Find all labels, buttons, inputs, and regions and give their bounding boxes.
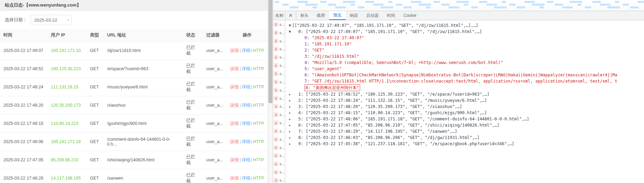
- action-report[interactable]: 误报: [230, 103, 239, 108]
- table-row[interactable]: 2025-03-22 17:48:15110.90.14.223GET/gush…: [0, 115, 268, 133]
- action-http[interactable]: HTTP: [253, 158, 264, 162]
- action-report[interactable]: 误报: [230, 139, 239, 144]
- action-http[interactable]: HTTP: [253, 121, 264, 126]
- tree-line[interactable]: 0: "2025-03-22 17:49:07": [289, 35, 641, 41]
- json-icon: {}: [274, 39, 278, 43]
- tree-line[interactable]: ▸5: ["2025-03-22 17:48:06", "185.191.171…: [289, 116, 641, 122]
- table-row[interactable]: 2025-03-22 17:48:24111.132.16.15GET/musi…: [0, 78, 268, 96]
- request-item[interactable]: {}s...: [274, 169, 285, 175]
- tree-line[interactable]: ▸6: ["2025-03-22 17:47:05", "85.208.96.2…: [289, 122, 641, 128]
- cell-url: /shici/aiqing/140826.html: [104, 151, 183, 169]
- close-icon[interactable]: ✕: [285, 11, 296, 20]
- waterfall-bar: [419, 4, 431, 6]
- action-detail[interactable]: 详细: [242, 158, 251, 162]
- request-item[interactable]: {}s...: [274, 71, 285, 76]
- action-http[interactable]: HTTP: [253, 139, 264, 144]
- action-report[interactable]: 误报: [230, 66, 239, 71]
- action-detail[interactable]: 详细: [242, 139, 251, 144]
- devtab-0[interactable]: 标头: [296, 11, 313, 20]
- table-row[interactable]: 2025-03-22 17:48:06185.191.171.18GET/com…: [0, 133, 268, 151]
- request-item[interactable]: {}s...: [274, 63, 285, 68]
- action-report[interactable]: 误报: [230, 85, 239, 89]
- devtab-6[interactable]: Cookie: [399, 11, 420, 20]
- request-label: s...: [279, 63, 285, 67]
- request-item[interactable]: {}s...: [274, 46, 285, 52]
- action-detail[interactable]: 详细: [242, 48, 251, 53]
- table-row[interactable]: 2025-03-22 17:48:20120.35.200.173GET/xia…: [0, 96, 268, 115]
- action-report[interactable]: 误报: [230, 48, 239, 53]
- request-item[interactable]: {}s...: [274, 120, 285, 126]
- request-item[interactable]: {}s...: [274, 177, 285, 183]
- json-icon: {}: [274, 30, 278, 35]
- action-report[interactable]: 误报: [230, 158, 239, 162]
- devtab-2[interactable]: 预览: [329, 11, 346, 20]
- network-waterfall[interactable]: [273, 0, 644, 11]
- tree-line[interactable]: ▸3: ["2025-03-22 17:48:20", "120.35.200.…: [289, 104, 641, 110]
- waterfall-bar: [623, 4, 629, 6]
- tree-line[interactable]: ▼[["2025-03-22 17:49:07", "185.191.171.1…: [289, 22, 641, 29]
- table-row[interactable]: 2025-03-22 17:48:52180.125.30.223GET/e/s…: [0, 60, 268, 78]
- request-item[interactable]: {}s...: [274, 145, 285, 150]
- devtab-3[interactable]: 响应: [346, 11, 362, 20]
- tree-line[interactable]: 2: "GET": [289, 47, 641, 53]
- action-detail[interactable]: 详细: [242, 176, 251, 181]
- cell-filter: user_a...: [203, 42, 226, 60]
- request-item[interactable]: {}s...: [274, 161, 285, 166]
- tree-line[interactable]: ▸2: ["2025-03-22 17:48:24", "111.132.16.…: [289, 97, 641, 104]
- tree-line[interactable]: 6: "(Amazonbot|GPTBot|CheckMarkNetwork|S…: [289, 72, 641, 78]
- tree-line[interactable]: 8: "美国弗吉尼亚州阿什本": [289, 84, 641, 91]
- request-item[interactable]: {}s...: [274, 96, 285, 101]
- tree-line[interactable]: 7: "GET /dj/zw/11615.html HTTP/1.1\nconn…: [289, 78, 641, 84]
- tree-line[interactable]: 1: "185.191.171.10": [289, 41, 641, 47]
- scrollbar[interactable]: [268, 0, 273, 183]
- request-item[interactable]: {}s...: [274, 137, 285, 142]
- request-item[interactable]: {}s...: [274, 79, 285, 85]
- cell-status: 已拦截: [183, 60, 203, 78]
- scrollbar-thumb[interactable]: [268, 0, 273, 103]
- cell-type: GET: [87, 169, 104, 183]
- date-input[interactable]: [31, 15, 72, 25]
- tree-line[interactable]: 3: "/dj/zw/11615.html": [289, 53, 641, 60]
- cell-ip: 185.191.171.18: [47, 133, 87, 151]
- devtab-5[interactable]: 时间: [383, 11, 399, 20]
- table-row[interactable]: 2025-03-22 17:46:2914.117.196.195GET/san…: [0, 169, 268, 183]
- tree-line[interactable]: ▸1: ["2025-03-22 17:48:52", "180.125.30.…: [289, 91, 641, 97]
- action-http[interactable]: HTTP: [253, 48, 264, 53]
- action-detail[interactable]: 详细: [242, 103, 251, 108]
- waterfall-bar: [456, 1, 469, 3]
- date-picker[interactable]: ▾: [31, 15, 72, 25]
- request-item[interactable]: {}s...: [274, 22, 285, 27]
- devtab-1[interactable]: 载荷: [313, 11, 329, 20]
- tree-line[interactable]: ▸8: ["2025-03-22 17:46:03", "85.208.96.2…: [289, 134, 641, 141]
- action-detail[interactable]: 详细: [242, 66, 251, 71]
- request-item[interactable]: {}s...: [274, 30, 285, 35]
- tree-line[interactable]: ▸4: ["2025-03-22 17:48:15", "110.90.14.2…: [289, 110, 641, 116]
- devtab-4[interactable]: 启动器: [362, 11, 383, 20]
- action-http[interactable]: HTTP: [253, 66, 264, 71]
- table-row[interactable]: 2025-03-22 17:49:07185.191.171.10GET/dj/…: [0, 42, 268, 60]
- action-report[interactable]: 误报: [230, 121, 239, 126]
- request-item[interactable]: {}s...: [274, 54, 285, 60]
- request-item[interactable]: {}s...: [274, 38, 285, 44]
- action-report[interactable]: 误报: [230, 176, 239, 181]
- tree-line[interactable]: ▸7: ["2025-03-22 17:46:29", "14.117.196.…: [289, 128, 641, 134]
- action-http[interactable]: HTTP: [253, 85, 264, 89]
- request-item[interactable]: {}s...: [274, 128, 285, 134]
- action-http[interactable]: HTTP: [253, 103, 264, 108]
- table-row[interactable]: 2025-03-22 17:47:0585.208.96.210GET/shic…: [0, 151, 268, 169]
- action-http[interactable]: HTTP: [253, 176, 264, 181]
- tree-line[interactable]: ▼0: ["2025-03-22 17:49:07", "185.191.171…: [289, 29, 641, 35]
- tree-line[interactable]: 4: "Mozilla/5.0 (compatible; SemrushBot/…: [289, 60, 641, 66]
- request-item[interactable]: {}s...: [274, 112, 285, 117]
- tree-line[interactable]: ▸9: ["2025-03-22 17:45:38", "121.237.118…: [289, 141, 641, 147]
- cell-actions: 误报|详细|HTTP: [226, 133, 268, 151]
- request-item[interactable]: {}s...: [274, 104, 285, 109]
- waterfall-bar: [585, 7, 591, 8]
- tree-line[interactable]: 5: "user_agent": [289, 66, 641, 72]
- request-item[interactable]: {}s...: [274, 87, 285, 93]
- action-detail[interactable]: 详细: [242, 121, 251, 126]
- preview-pane[interactable]: ▼[["2025-03-22 17:49:07", "185.191.171.1…: [285, 20, 644, 183]
- request-item[interactable]: {}s...: [274, 153, 285, 159]
- action-detail[interactable]: 详细: [242, 85, 251, 89]
- cell-type: GET: [87, 151, 104, 169]
